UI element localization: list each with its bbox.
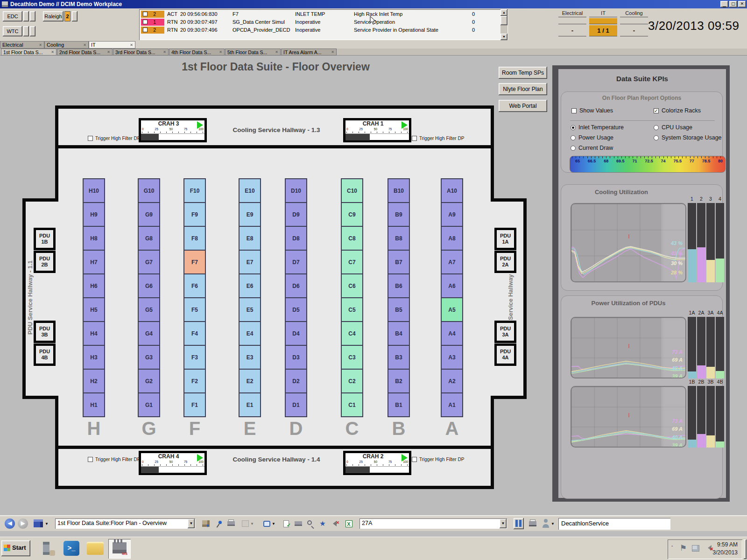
crah-4-unit[interactable]: CRAH 40255075100: [139, 451, 207, 475]
rack-F7[interactable]: F7: [183, 250, 206, 274]
view-combo-arrow-icon[interactable]: ▼: [188, 519, 195, 528]
search-combo[interactable]: 27A: [359, 518, 507, 529]
page-tab-2[interactable]: 2nd Floor Data S...✕: [57, 49, 113, 56]
rack-D9[interactable]: D9: [285, 202, 307, 227]
wtc-indicator-1[interactable]: [23, 26, 29, 36]
pdu-pdu-4b[interactable]: PDU4B: [34, 343, 56, 366]
print-icon[interactable]: [226, 518, 236, 529]
monitor-dropdown-icon[interactable]: ▼: [272, 522, 275, 526]
edc-button[interactable]: EDC: [3, 11, 22, 21]
kpi-radio-inlet-temperature[interactable]: Inlet Temperature: [571, 124, 624, 131]
rack-F2[interactable]: F2: [183, 369, 206, 393]
tray-clock-time[interactable]: 9:59 AM: [717, 541, 738, 548]
kpi-radio-system-storage-usage[interactable]: System Storage Usage: [654, 134, 722, 141]
page-tab-1[interactable]: 1st Floor Data S...✕: [1, 49, 56, 56]
checkbox-icon[interactable]: ✓: [654, 108, 659, 113]
taskbar-powershell-icon[interactable]: >_: [63, 541, 79, 556]
tab-close-icon[interactable]: ✕: [51, 50, 54, 54]
rack-F1[interactable]: F1: [183, 392, 206, 417]
user-icon[interactable]: [541, 518, 551, 528]
rack-G5[interactable]: G5: [138, 297, 160, 322]
tab-close-icon[interactable]: ✕: [39, 43, 42, 47]
rack-G2[interactable]: G2: [138, 369, 160, 393]
rack-A9[interactable]: A9: [441, 202, 463, 227]
start-button[interactable]: Start: [1, 540, 30, 556]
tab-it[interactable]: IT✕: [89, 41, 135, 49]
forward-button[interactable]: ▶: [18, 518, 28, 529]
view-combo[interactable]: 1st Floor Data Suite:Floor Plan - Overvi…: [55, 518, 195, 529]
search-combo-arrow-icon[interactable]: ▼: [500, 519, 507, 528]
alarm-scrollbar[interactable]: ▲ ▼: [500, 9, 507, 40]
export-cube-icon[interactable]: ▼: [201, 518, 211, 529]
tab-close-icon[interactable]: ✕: [331, 50, 334, 54]
wtc-button[interactable]: WTC: [3, 26, 22, 36]
rack-D3[interactable]: D3: [285, 345, 307, 370]
page-tab-3[interactable]: 3rd Floor Data S...✕: [113, 49, 169, 56]
crah-1-unit[interactable]: CRAH 10255075100: [343, 118, 411, 142]
rack-G3[interactable]: G3: [138, 345, 160, 370]
monitor-icon[interactable]: [261, 518, 272, 529]
rack-G1[interactable]: G1: [138, 392, 160, 417]
rack-E5[interactable]: E5: [239, 297, 261, 322]
rack-E7[interactable]: E7: [239, 250, 261, 274]
rack-B1[interactable]: B1: [388, 392, 410, 417]
taskbar-folder-icon[interactable]: [87, 542, 104, 555]
scroll-down-icon[interactable]: ▼: [500, 34, 507, 40]
radio-icon[interactable]: [571, 146, 576, 151]
rack-F3[interactable]: F3: [183, 345, 206, 370]
trigger-high-filter-dp-1[interactable]: Trigger High Filter DP: [88, 135, 140, 141]
rack-H4[interactable]: H4: [83, 321, 105, 346]
rack-C6[interactable]: C6: [341, 273, 363, 298]
print-preview-icon[interactable]: [293, 518, 303, 529]
zoom-icon[interactable]: [305, 518, 316, 529]
rack-E3[interactable]: E3: [239, 345, 261, 370]
pdu-pdu-3b[interactable]: PDU3B: [34, 321, 56, 343]
summary-col-value[interactable]: -: [558, 25, 586, 36]
rack-B5[interactable]: B5: [388, 297, 410, 322]
mute-icon[interactable]: ✕: [330, 518, 340, 529]
checkbox-icon[interactable]: [571, 108, 577, 113]
rack-D1[interactable]: D1: [285, 392, 307, 417]
pdu-pdu-1a[interactable]: PDU1A: [494, 228, 516, 250]
trigger-checkbox[interactable]: [412, 136, 417, 141]
rack-F6[interactable]: F6: [183, 273, 206, 298]
rack-C1[interactable]: C1: [341, 392, 363, 417]
rack-F10[interactable]: F10: [183, 178, 206, 203]
nlyte-floor-plan-button[interactable]: Nlyte Floor Plan: [499, 83, 547, 95]
rack-C8[interactable]: C8: [341, 226, 363, 251]
pdu-pdu-4a[interactable]: PDU4A: [494, 343, 516, 366]
tab-close-icon[interactable]: ✕: [275, 50, 278, 54]
workspace-icon[interactable]: [34, 519, 43, 527]
minimize-button[interactable]: ▁: [720, 1, 728, 7]
rack-H10[interactable]: H10: [83, 178, 105, 203]
room-temp-sps-button[interactable]: Room Temp SPs: [499, 67, 547, 79]
edc-indicator-2[interactable]: [30, 11, 35, 21]
crah-3-unit[interactable]: CRAH 30255075100: [139, 118, 207, 142]
edc-indicator-1[interactable]: [23, 11, 29, 21]
rack-E6[interactable]: E6: [239, 273, 261, 298]
rack-C2[interactable]: C2: [341, 369, 363, 393]
tray-network-icon[interactable]: [692, 545, 699, 552]
summary-col-value[interactable]: -: [620, 25, 648, 36]
workspace-dropdown-icon[interactable]: ▼: [45, 522, 49, 526]
excel-export-icon[interactable]: X: [344, 518, 354, 529]
rack-F5[interactable]: F5: [183, 297, 206, 322]
rack-G9[interactable]: G9: [138, 202, 160, 227]
alarm-ack-checkbox[interactable]: [143, 28, 148, 32]
taskbar-server-tools-icon[interactable]: [40, 541, 56, 557]
alarm-ack-checkbox[interactable]: [143, 12, 148, 16]
tab-close-icon[interactable]: ✕: [107, 50, 110, 54]
rack-E2[interactable]: E2: [239, 369, 261, 393]
rack-C10[interactable]: C10: [341, 178, 363, 203]
rack-A7[interactable]: A7: [441, 250, 463, 274]
alarm-row[interactable]: 2RTN20 09:30:07:496OPCDA_Provider_DECDIn…: [140, 27, 507, 34]
maximize-button[interactable]: ▢: [729, 1, 737, 7]
rack-D8[interactable]: D8: [285, 226, 307, 251]
rack-D7[interactable]: D7: [285, 250, 307, 274]
favorites-star-icon[interactable]: ★: [317, 518, 328, 529]
summary-col-value[interactable]: 1 / 1: [589, 25, 617, 36]
rack-A8[interactable]: A8: [441, 226, 463, 251]
rack-G7[interactable]: G7: [138, 250, 160, 274]
trigger-high-filter-dp-4[interactable]: Trigger High Filter DP: [412, 456, 464, 462]
rack-C7[interactable]: C7: [341, 250, 363, 274]
